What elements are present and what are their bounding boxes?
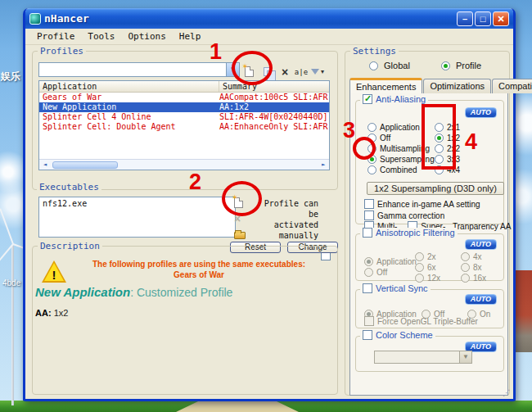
desktop-building [516, 270, 532, 352]
chevron-down-icon: ▾ [321, 68, 324, 75]
cell-summary: AA:1x2 [219, 102, 329, 112]
tab-compatibility[interactable]: Compatibility [492, 79, 532, 93]
transparency-aa-label: Tranparency AA [453, 222, 511, 231]
app-icon [29, 13, 41, 25]
maximize-button[interactable]: □ [475, 11, 491, 26]
executables-label: Executables [37, 182, 101, 192]
radio-aa-combined[interactable]: Combined [367, 161, 417, 176]
triple-buffer-option[interactable]: Force OpenGL Triple-Buffer [364, 316, 478, 326]
scroll-left-icon[interactable]: ◄ [39, 161, 51, 170]
title-bar[interactable]: nHancer – □ ✕ [25, 8, 513, 29]
profile-type: : Customized Profile [130, 286, 232, 299]
dropdown-value [375, 351, 459, 363]
folder-icon [234, 232, 246, 239]
radio-icon [364, 268, 373, 277]
radio-global[interactable]: Global [369, 61, 410, 70]
cell-summary: AA:EnhanceOnly SLI:AFR-4W[0x [219, 122, 329, 132]
list-header[interactable]: Application Summary [39, 81, 329, 93]
settings-group-label: Settings [350, 46, 399, 57]
browse-executable-button[interactable] [234, 226, 250, 242]
rename-icon: a|e [295, 68, 308, 76]
radio-icon [415, 274, 424, 283]
scrollbar-thumb[interactable] [52, 161, 118, 169]
vsync-auto-button[interactable]: AUTO [465, 294, 497, 305]
tab-optimizations[interactable]: Optimizations [423, 79, 491, 93]
chevron-down-icon: ▼ [459, 351, 471, 363]
radio-af-16x[interactable]: 16x [461, 269, 486, 284]
profile-name: New Application [35, 285, 130, 299]
turbine-blade [0, 208, 14, 244]
tab-enhancements[interactable]: Enhancements [349, 78, 422, 93]
radio-af-12x[interactable]: 12x [415, 269, 440, 284]
filter-button[interactable]: ▾ [310, 65, 325, 79]
profiles-list: Application Summary Gears of War AACompa… [38, 80, 330, 170]
annotation-rect-4 [422, 104, 456, 170]
radio-icon [441, 61, 450, 70]
cell-summary: AACompat:100c5 SLI:AFR-4W[0x [219, 93, 329, 102]
profile-search-input[interactable] [39, 63, 226, 76]
menu-profile[interactable]: Profile [30, 29, 81, 43]
filter-icon [311, 69, 319, 75]
column-application[interactable]: Application [39, 81, 219, 92]
anti-aliasing-label: Anti-Aliasing [376, 94, 426, 104]
menu-help[interactable]: Help [173, 29, 208, 43]
description-group-label: Description [38, 241, 102, 251]
profile-row-splinter-cell-4[interactable]: Splinter Cell 4 Online SLI:AFR-4W[0x0240… [39, 112, 329, 122]
profile-description: New Application: Customized Profile [35, 285, 232, 299]
vsync-label: Vertical Sync [376, 283, 428, 293]
annotation-circle-3 [353, 137, 376, 160]
cell-application: Splinter Cell 4 Online [39, 112, 219, 122]
radio-icon [367, 165, 376, 174]
profile-row-splinter-cell-da[interactable]: Splinter Cell: Double Agent AA:EnhanceOn… [39, 122, 329, 132]
resize-grip[interactable]: ⋰ [503, 388, 512, 397]
minimize-button[interactable]: – [457, 11, 473, 26]
menu-bar: Profile Tools Options Help [25, 29, 513, 45]
annotation-step-1: 1 [210, 39, 222, 65]
profile-row-gears-of-war[interactable]: Gears of War AACompat:100c5 SLI:AFR-4W[0… [39, 93, 329, 102]
desktop-icon-label-2: 4bde [2, 278, 20, 287]
radio-icon [369, 61, 378, 70]
aa-auto-button[interactable]: AUTO [465, 107, 497, 118]
annotation-circle-1 [232, 51, 273, 85]
radio-af-off[interactable]: Off [364, 264, 387, 278]
color-scheme-dropdown[interactable]: ▼ [374, 351, 472, 364]
executable-item[interactable]: nfs12.exe [43, 199, 87, 208]
anisotropic-checkbox[interactable] [363, 228, 372, 238]
delete-profile-button[interactable]: × [277, 65, 292, 79]
anisotropic-group: Anisotropic Filtering AUTO Application O… [355, 233, 504, 281]
aa-summary-button[interactable]: 1x2 Supersampling (D3D only) [367, 182, 504, 195]
gamma-correction-option[interactable]: Gamma correction [364, 211, 444, 220]
enhance-ingame-aa-option[interactable]: Enhance in-game AA setting [364, 199, 480, 209]
annotation-step-2: 2 [189, 170, 201, 195]
close-button[interactable]: ✕ [493, 11, 509, 26]
vsync-checkbox[interactable] [363, 283, 372, 293]
checkbox-icon [364, 199, 374, 209]
profile-row-new-application[interactable]: New Application AA:1x2 [39, 102, 329, 112]
menu-tools[interactable]: Tools [81, 29, 121, 43]
scroll-right-icon[interactable]: ► [318, 161, 329, 170]
annotation-step-3: 3 [343, 118, 355, 143]
executables-list[interactable]: nfs12.exe [38, 197, 236, 238]
color-scheme-checkbox[interactable] [363, 330, 372, 340]
wind-turbine [11, 246, 14, 405]
checkbox-icon [364, 211, 374, 220]
delete-icon: × [282, 66, 288, 79]
rename-profile-button[interactable]: a|e [294, 65, 309, 79]
horizontal-scrollbar[interactable]: ◄ ► [39, 159, 329, 170]
vertical-sync-group: Vertical Sync AUTO Application Off On Fo… [355, 289, 504, 328]
radio-icon [461, 274, 470, 283]
color-scheme-group: Color Scheme AUTO ▼ [355, 336, 504, 372]
window-title: nHancer [44, 12, 89, 25]
checkbox-icon [364, 316, 374, 326]
cell-application: Splinter Cell: Double Agent [39, 122, 219, 132]
anti-aliasing-checkbox[interactable] [363, 94, 372, 104]
menu-options[interactable]: Options [121, 29, 172, 43]
anisotropic-label: Anisotropic Filtering [376, 228, 455, 238]
radio-profile[interactable]: Profile [441, 61, 481, 70]
profiles-group-label: Profiles [38, 46, 86, 57]
color-scheme-label: Color Scheme [376, 330, 433, 340]
cell-application: New Application [39, 102, 219, 112]
aa-summary-line: AA: 1x2 [35, 308, 68, 318]
desktop-icon-label: 娱乐 [1, 70, 20, 84]
annotation-step-4: 4 [465, 129, 477, 155]
